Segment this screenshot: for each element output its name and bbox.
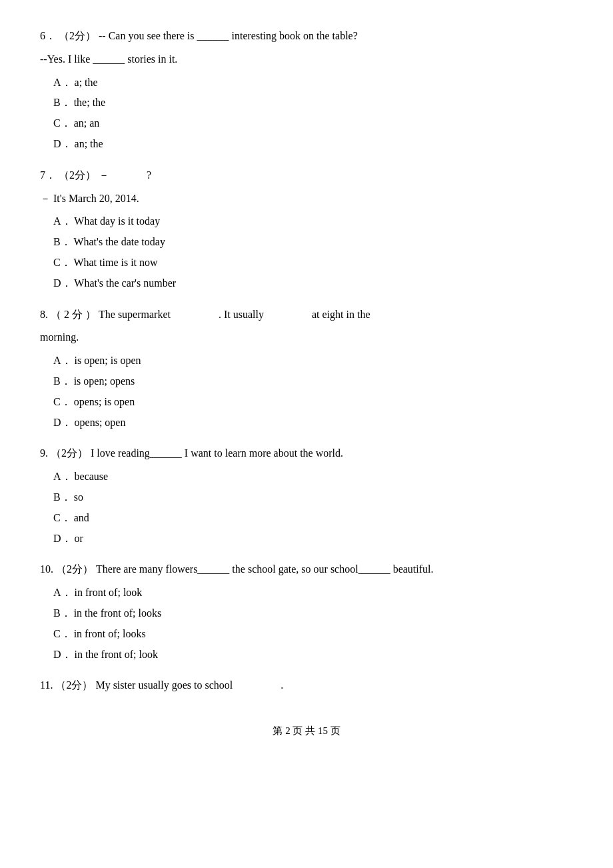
question-7-option-b: B． What's the date today — [53, 233, 573, 252]
question-7-blank — [112, 169, 144, 181]
question-11-blank — [235, 679, 278, 691]
question-11-points: （2分） — [55, 679, 93, 691]
question-9: 9. （2分） I love reading______ I want to l… — [40, 444, 573, 548]
question-10-points: （2分） — [56, 563, 93, 575]
question-9-option-c: C． and — [53, 509, 573, 528]
question-10-option-c: C． in front of; looks — [53, 625, 573, 644]
question-11-end: . — [281, 679, 283, 691]
question-11-number: 11. — [40, 679, 53, 691]
question-10-stem: 10. （2分） There are many flowers______ th… — [40, 560, 573, 579]
question-8-stem-cont: morning. — [40, 328, 573, 347]
question-11: 11. （2分） My sister usually goes to schoo… — [40, 676, 573, 695]
question-8-stem: 8. （ 2 分 ） The supermarket . It usually … — [40, 305, 573, 325]
page-footer: 第 2 页 共 15 页 — [40, 722, 573, 740]
question-6-option-b: B． the; the — [53, 93, 573, 113]
question-7-stem2: － It's March 20, 2014. — [40, 189, 573, 209]
question-9-option-a: A． because — [53, 467, 573, 487]
question-6-points: （2分） — [59, 30, 96, 41]
question-10-option-d: D． in the front of; look — [53, 645, 573, 665]
question-8-option-a: A． is open; is open — [53, 351, 573, 371]
page-footer-text: 第 2 页 共 15 页 — [273, 725, 340, 736]
question-7-option-a: A． What day is it today — [53, 212, 573, 231]
question-6-number: 6 — [40, 30, 45, 41]
question-9-option-b: B． so — [53, 488, 573, 507]
question-8-option-c: C． opens; is open — [53, 393, 573, 412]
question-10-option-b: B． in the front of; looks — [53, 604, 573, 623]
question-7-number: 7 — [40, 169, 45, 181]
question-8-points: （ 2 分 ） — [51, 305, 96, 325]
question-11-text: My sister usually goes to school — [95, 679, 233, 691]
question-8-blank2 — [264, 305, 312, 325]
question-6-option-c: C． an; an — [53, 114, 573, 133]
question-8: 8. （ 2 分 ） The supermarket . It usually … — [40, 305, 573, 433]
question-10-text: There are many flowers______ the school … — [96, 563, 434, 575]
question-8-blank1 — [171, 305, 219, 325]
question-11-stem: 11. （2分） My sister usually goes to schoo… — [40, 676, 573, 695]
question-10-option-a: A． in front of; look — [53, 583, 573, 603]
question-9-stem: 9. （2分） I love reading______ I want to l… — [40, 444, 573, 463]
question-7-end: ? — [147, 169, 151, 181]
question-7-dash: － — [99, 169, 109, 181]
question-8-mid: . It usually — [219, 305, 264, 325]
question-8-text1: The supermarket — [99, 305, 171, 325]
question-7-option-c: C． What time is it now — [53, 253, 573, 273]
question-9-option-d: D． or — [53, 529, 573, 549]
question-9-number: 9. — [40, 447, 48, 459]
question-6-option-d: D． an; the — [53, 135, 573, 154]
question-6-option-a: A． a; the — [53, 73, 573, 93]
question-6: 6． （2分） -- Can you see there is ______ i… — [40, 27, 573, 154]
question-10: 10. （2分） There are many flowers______ th… — [40, 560, 573, 664]
question-8-number: 8. — [40, 305, 48, 325]
question-6-stem: 6． （2分） -- Can you see there is ______ i… — [40, 27, 573, 46]
question-10-number: 10. — [40, 563, 53, 575]
question-8-option-b: B． is open; opens — [53, 372, 573, 391]
question-6-text: -- Can you see there is ______ interesti… — [99, 30, 358, 41]
question-7-points: （2分） — [59, 169, 96, 181]
question-6-stem2: --Yes. I like ______ stories in it. — [40, 50, 573, 69]
question-8-end: at eight in the — [312, 305, 370, 325]
question-9-text: I love reading______ I want to learn mor… — [91, 447, 343, 459]
question-7: 7． （2分） － ? － It's March 20, 2014. A． Wh… — [40, 166, 573, 293]
question-7-option-d: D． What's the car's number — [53, 274, 573, 293]
question-9-points: （2分） — [51, 447, 88, 459]
question-8-option-d: D． opens; open — [53, 413, 573, 433]
question-7-stem: 7． （2分） － ? — [40, 166, 573, 185]
